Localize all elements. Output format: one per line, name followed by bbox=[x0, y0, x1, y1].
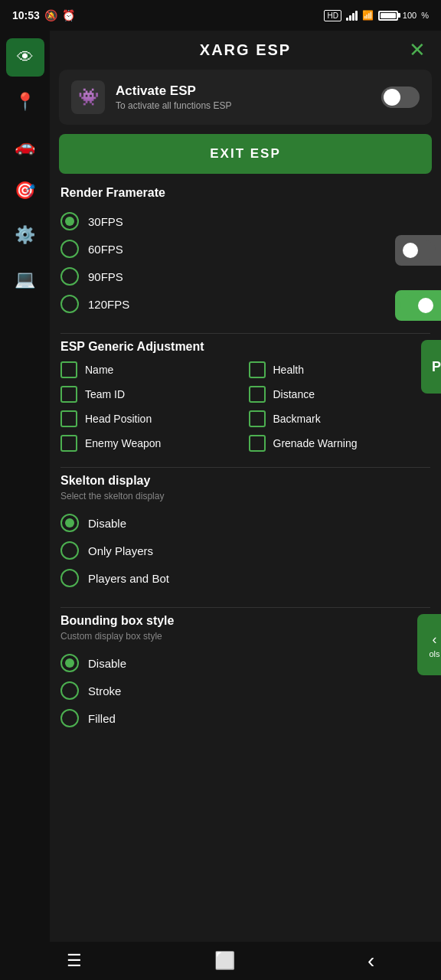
nav-menu-button[interactable]: ☰ bbox=[51, 945, 97, 977]
sidebar-item-device[interactable]: 💻 bbox=[6, 260, 44, 299]
secondary-toggle-2[interactable] bbox=[400, 296, 436, 315]
checkbox-name-label: Name bbox=[85, 363, 113, 377]
checkbox-teamid-label: Team ID bbox=[85, 387, 125, 401]
toggle-knob-1 bbox=[403, 243, 418, 258]
fps-60-label: 60FPS bbox=[88, 243, 123, 256]
skelton-players-bot-option[interactable]: Players and Bot bbox=[60, 564, 430, 592]
fps-60-option[interactable]: 60FPS bbox=[60, 235, 430, 263]
toggle-knob bbox=[384, 89, 400, 106]
time: 10:53 bbox=[12, 9, 40, 21]
esp-generic-section: ESP Generic Adjustment P Name Health Tea… bbox=[50, 340, 441, 461]
skelton-players-option[interactable]: Only Players bbox=[60, 537, 430, 564]
checkbox-distance-label: Distance bbox=[273, 387, 315, 401]
checkbox-name[interactable]: Name bbox=[60, 361, 243, 378]
right-peek-toggle-1[interactable] bbox=[395, 235, 441, 266]
checkbox-health-box[interactable] bbox=[249, 361, 266, 378]
sidebar-item-vehicle[interactable]: 🚗 bbox=[6, 127, 44, 165]
bbox-filled-option[interactable]: Filled bbox=[60, 704, 430, 732]
fps-60-radio[interactable] bbox=[60, 240, 79, 258]
sidebar-item-esp[interactable]: 👁 bbox=[6, 38, 44, 77]
sidebar-item-location[interactable]: 📍 bbox=[6, 83, 44, 121]
bbox-disable-radio[interactable] bbox=[60, 654, 79, 672]
bbox-filled-label: Filled bbox=[88, 712, 116, 725]
divider-2 bbox=[60, 467, 430, 468]
esp-p-button[interactable]: P bbox=[421, 340, 441, 394]
app-title: XARG ESP bbox=[200, 41, 291, 59]
activate-title: Activate ESP bbox=[116, 83, 371, 99]
main-content: XARG ESP ✕ 👾 Activate ESP To activate al… bbox=[50, 31, 441, 942]
activate-toggle[interactable] bbox=[381, 87, 420, 108]
app-header: XARG ESP ✕ bbox=[50, 31, 441, 70]
checkbox-grenade-warning[interactable]: Grenade Warning bbox=[249, 435, 431, 452]
checkbox-distance[interactable]: Distance bbox=[249, 386, 431, 403]
bbox-filled-radio[interactable] bbox=[60, 709, 79, 727]
checkbox-head-position[interactable]: Head Position bbox=[60, 410, 243, 427]
render-framerate-section: Render Framerate 30FPS 60FPS 90FPS bbox=[50, 186, 441, 327]
checkbox-enemy-weapon-label: Enemy Weapon bbox=[85, 436, 161, 450]
checkbox-head-position-box[interactable] bbox=[60, 410, 77, 427]
chevron-left-icon: ‹ bbox=[433, 632, 437, 648]
esp-generic-title: ESP Generic Adjustment bbox=[60, 340, 430, 354]
checkbox-distance-box[interactable] bbox=[249, 386, 266, 403]
checkbox-enemy-weapon-box[interactable] bbox=[60, 435, 77, 452]
vehicle-icon: 🚗 bbox=[15, 136, 35, 156]
bounding-box-section: Bounding box style Custom display box st… bbox=[50, 614, 441, 741]
checkbox-name-box[interactable] bbox=[60, 361, 77, 378]
bounding-box-title: Bounding box style bbox=[60, 614, 430, 628]
battery-icon bbox=[378, 11, 398, 21]
activate-desc: To activate all functions ESP bbox=[116, 100, 371, 111]
bbox-stroke-radio[interactable] bbox=[60, 681, 79, 700]
fps-90-option[interactable]: 90FPS bbox=[60, 263, 430, 290]
sidebar: 👁 📍 🚗 🎯 ⚙️ 💻 bbox=[0, 31, 50, 942]
fps-30-radio[interactable] bbox=[60, 212, 79, 230]
checkbox-grenade-warning-box[interactable] bbox=[249, 435, 266, 452]
sidebar-item-aim[interactable]: 🎯 bbox=[6, 172, 44, 210]
checkbox-health[interactable]: Health bbox=[249, 361, 431, 378]
bbox-stroke-label: Stroke bbox=[88, 684, 121, 697]
divider-1 bbox=[60, 333, 430, 334]
skelton-players-radio[interactable] bbox=[60, 541, 79, 560]
gear-icon: ⚙️ bbox=[15, 225, 35, 245]
nav-home-button[interactable]: ⬜ bbox=[199, 945, 250, 977]
hd-badge: HD bbox=[324, 10, 341, 21]
wifi-icon: 📶 bbox=[362, 10, 374, 21]
skelton-subtitle: Select the skelton display bbox=[60, 491, 430, 501]
tools-button[interactable]: ‹ ols bbox=[417, 614, 441, 675]
fps-30-option[interactable]: 30FPS bbox=[60, 207, 430, 235]
skelton-players-bot-radio[interactable] bbox=[60, 569, 79, 587]
skelton-disable-option[interactable]: Disable bbox=[60, 509, 430, 537]
nav-back-button[interactable]: ‹ bbox=[352, 942, 390, 979]
sidebar-item-settings[interactable]: ⚙️ bbox=[6, 216, 44, 254]
skelton-players-bot-label: Players and Bot bbox=[88, 572, 169, 585]
secondary-toggle-1[interactable] bbox=[400, 240, 436, 260]
fps-90-radio[interactable] bbox=[60, 267, 79, 286]
ghost-icon: 👾 bbox=[78, 87, 99, 107]
cpu-icon: 💻 bbox=[15, 270, 35, 289]
right-peek-toggle-2[interactable] bbox=[395, 290, 441, 321]
skelton-disable-radio[interactable] bbox=[60, 514, 79, 532]
checkbox-backmark-label: Backmark bbox=[273, 412, 321, 426]
checkbox-teamid-box[interactable] bbox=[60, 386, 77, 403]
bounding-box-subtitle: Custom display box style bbox=[60, 631, 430, 642]
checkbox-enemy-weapon[interactable]: Enemy Weapon bbox=[60, 435, 243, 452]
bbox-stroke-option[interactable]: Stroke bbox=[60, 677, 430, 704]
checkbox-head-position-label: Head Position bbox=[85, 412, 152, 426]
mute-icon: 🔕 bbox=[44, 9, 57, 21]
exit-esp-button[interactable]: EXIT ESP bbox=[59, 134, 432, 174]
checkbox-teamid[interactable]: Team ID bbox=[60, 386, 243, 403]
bbox-disable-option[interactable]: Disable bbox=[60, 649, 430, 677]
close-button[interactable]: ✕ bbox=[409, 38, 426, 62]
checkbox-backmark-box[interactable] bbox=[249, 410, 266, 427]
checkbox-backmark[interactable]: Backmark bbox=[249, 410, 431, 427]
fps-120-option[interactable]: 120FPS bbox=[60, 290, 430, 318]
bbox-disable-label: Disable bbox=[88, 657, 126, 670]
activate-text: Activate ESP To activate all functions E… bbox=[116, 83, 371, 111]
fps-120-radio[interactable] bbox=[60, 295, 79, 313]
skelton-display-section: Skelton display Select the skelton displ… bbox=[50, 474, 441, 601]
status-right: HD 📶 100% bbox=[324, 10, 429, 21]
activate-esp-section: 👾 Activate ESP To activate all functions… bbox=[59, 70, 432, 125]
status-left: 10:53 🔕 ⏰ bbox=[12, 9, 75, 21]
checkbox-grenade-warning-label: Grenade Warning bbox=[273, 436, 358, 450]
aim-icon: 🎯 bbox=[15, 181, 35, 201]
checkbox-health-label: Health bbox=[273, 363, 304, 377]
